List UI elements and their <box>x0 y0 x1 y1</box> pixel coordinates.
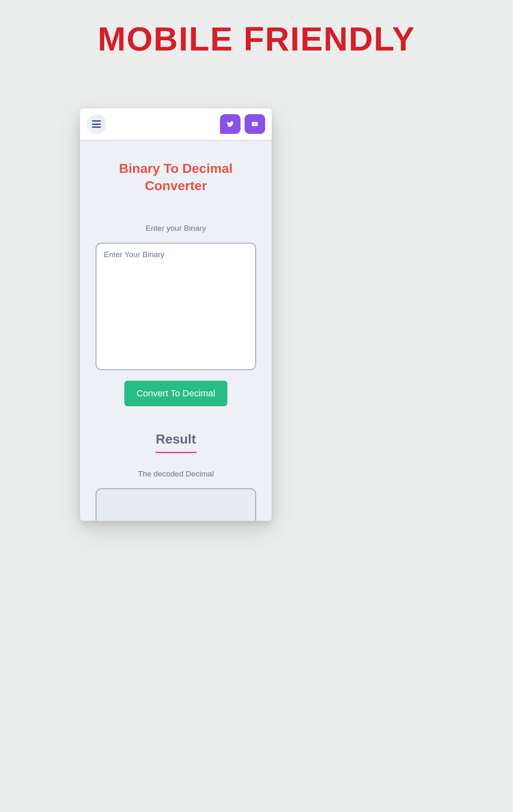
social-button-group <box>220 114 265 134</box>
hamburger-icon <box>92 120 101 128</box>
youtube-button[interactable] <box>245 114 265 134</box>
convert-button[interactable]: Convert To Decimal <box>124 381 228 406</box>
decimal-output-label: The decoded Decimal <box>96 469 256 478</box>
menu-button[interactable] <box>87 114 106 134</box>
twitter-icon <box>226 120 235 128</box>
decimal-output[interactable] <box>96 488 256 521</box>
converter-title: Binary To Decimal Converter <box>96 160 256 194</box>
app-header <box>80 108 272 140</box>
result-underline <box>156 452 197 453</box>
binary-input[interactable] <box>96 243 256 370</box>
twitter-button[interactable] <box>220 114 240 134</box>
binary-input-label: Enter your Binary <box>96 224 256 233</box>
page-banner-title: MOBILE FRIENDLY <box>0 0 513 58</box>
youtube-icon <box>250 121 259 127</box>
result-title: Result <box>96 432 256 447</box>
mobile-preview-frame: Binary To Decimal Converter Enter your B… <box>80 108 272 521</box>
app-content: Binary To Decimal Converter Enter your B… <box>80 140 272 521</box>
